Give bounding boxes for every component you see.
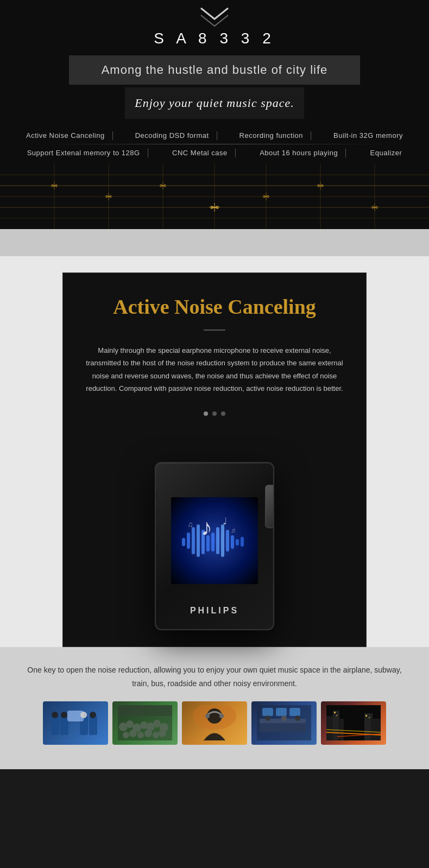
svg-point-63	[61, 712, 67, 718]
svg-rect-104	[336, 715, 337, 716]
thumbnail-4	[251, 701, 317, 745]
svg-rect-58	[60, 716, 68, 735]
bottom-description: One key to open the noise reduction, all…	[24, 663, 405, 690]
svg-point-77	[144, 730, 152, 737]
feature-recording: Recording function	[234, 131, 308, 140]
feature-eq: Equalizer	[365, 149, 408, 157]
svg-rect-90	[289, 708, 300, 716]
svg-point-76	[137, 732, 144, 738]
anc-card: Active Noise Canceling Mainly through th…	[62, 273, 367, 647]
feature-dsd: Decoding DSD format	[130, 131, 214, 140]
svg-rect-51	[236, 539, 239, 546]
svg-point-84	[219, 714, 224, 718]
device-body: ♪ ♩ ♫ ♬ PHILIPS	[155, 462, 274, 630]
anc-section: Active Noise Canceling Mainly through th…	[0, 256, 429, 647]
dots-row	[79, 411, 350, 416]
svg-rect-48	[221, 524, 224, 557]
device-screen: ♪ ♩ ♫ ♬	[171, 497, 258, 584]
tagline1-text: Among the hustle and bustle of city life	[102, 63, 328, 77]
hero-section: S A 8 3 3 2 Among the hustle and bustle …	[0, 0, 429, 229]
svg-rect-43	[197, 524, 200, 557]
svg-rect-50	[231, 535, 234, 549]
thumbnail-5	[321, 701, 386, 745]
svg-rect-41	[187, 533, 190, 549]
gold-lines-decoration	[0, 164, 429, 229]
music-visualization: ♪ ♩ ♫ ♬	[176, 505, 253, 576]
thumbnail-1	[43, 701, 108, 745]
svg-text:♩: ♩	[223, 516, 227, 527]
dot-1[interactable]	[204, 411, 208, 416]
svg-text:♪: ♪	[201, 515, 212, 540]
svg-point-78	[153, 732, 159, 738]
features-section: Active Noise Canceling Decoding DSD form…	[0, 127, 429, 164]
thumbnail-3	[182, 701, 247, 745]
svg-point-74	[123, 732, 129, 738]
features-row-1: Active Noise Canceling Decoding DSD form…	[0, 127, 429, 144]
svg-rect-40	[182, 538, 185, 546]
svg-point-79	[159, 730, 166, 737]
svg-text:♬: ♬	[231, 527, 236, 534]
thumbnail-2	[112, 701, 178, 745]
model-name: S A 8 3 3 2	[0, 30, 429, 47]
svg-rect-105	[365, 715, 367, 717]
feature-memory: Built-in 32G memory	[328, 131, 408, 140]
tagline2-box: Enjoy your quiet music space.	[125, 87, 304, 119]
svg-point-92	[281, 715, 287, 721]
svg-rect-42	[192, 527, 195, 554]
svg-point-68	[126, 720, 134, 728]
svg-point-65	[90, 712, 96, 718]
tagline2-text: Enjoy your quiet music space.	[135, 96, 294, 110]
svg-rect-106	[369, 717, 370, 718]
anc-divider	[204, 330, 225, 331]
svg-rect-89	[276, 708, 287, 716]
dot-3[interactable]	[221, 411, 225, 416]
logo-icon	[198, 5, 231, 27]
svg-rect-49	[226, 530, 229, 552]
svg-point-93	[295, 715, 300, 721]
svg-text:♫: ♫	[187, 520, 193, 529]
philips-device: ♪ ♩ ♫ ♬ PHILIPS	[155, 462, 274, 647]
svg-point-72	[153, 720, 161, 727]
svg-rect-103	[334, 712, 336, 713]
svg-rect-52	[241, 537, 244, 547]
device-wheel	[265, 485, 274, 528]
gray-separator	[0, 229, 429, 256]
thumbnails-row	[22, 701, 407, 756]
tagline-box: Among the hustle and bustle of city life	[69, 55, 361, 85]
feature-noise: Active Noise Canceling	[21, 131, 110, 140]
feature-battery: About 16 hours playing	[254, 149, 343, 157]
anc-title: Active Noise Canceling	[79, 295, 350, 319]
feature-cnc: CNC Metal case	[167, 149, 233, 157]
features-row-2: Support Extenal memory to 128G CNC Metal…	[0, 144, 429, 161]
svg-rect-60	[89, 716, 97, 735]
svg-point-62	[52, 712, 58, 718]
svg-point-75	[129, 730, 137, 737]
svg-rect-99	[371, 719, 381, 740]
svg-rect-47	[216, 527, 219, 554]
svg-point-91	[265, 715, 270, 721]
dot-2[interactable]	[212, 411, 217, 416]
svg-rect-80	[118, 705, 172, 716]
svg-point-64	[80, 712, 87, 718]
bottom-section: One key to open the noise reduction, all…	[0, 647, 429, 769]
anc-description: Mainly through the special earphone micr…	[79, 344, 350, 395]
device-image: ♪ ♩ ♫ ♬ PHILIPS	[79, 429, 350, 647]
svg-rect-57	[51, 716, 59, 735]
device-brand-text: PHILIPS	[190, 606, 239, 616]
svg-point-83	[205, 714, 210, 718]
svg-rect-88	[262, 708, 273, 716]
svg-rect-97	[338, 719, 344, 740]
feature-ext-memory: Support Extenal memory to 128G	[22, 149, 146, 157]
